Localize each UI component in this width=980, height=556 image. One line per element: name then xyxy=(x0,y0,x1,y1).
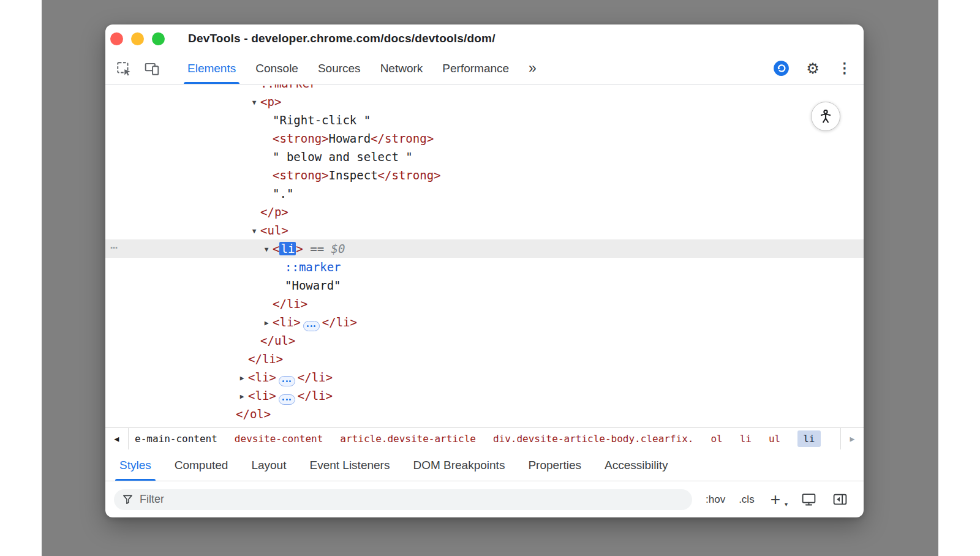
tab-properties[interactable]: Properties xyxy=(516,449,593,481)
expand-children-button[interactable] xyxy=(279,394,295,405)
tab-sources[interactable]: Sources xyxy=(308,53,371,84)
tag-token: </li> xyxy=(248,352,283,366)
styles-filter-bar: :hov .cls +▾ xyxy=(105,481,864,517)
breadcrumb-bar: ◀ e-main-contentdevsite-contentarticle.d… xyxy=(105,427,864,449)
tree-row[interactable]: " below and select " xyxy=(105,148,864,166)
breadcrumb-item[interactable]: ul xyxy=(769,433,780,445)
styles-filter-input[interactable] xyxy=(140,493,684,506)
chevron-down-icon[interactable]: ▼ xyxy=(248,94,260,112)
rendering-emulation-icon[interactable] xyxy=(801,492,816,507)
tab-console[interactable]: Console xyxy=(246,53,308,84)
accessibility-person-icon[interactable] xyxy=(811,102,840,131)
chevron-right-icon[interactable]: ▶ xyxy=(260,314,273,332)
tab-layout[interactable]: Layout xyxy=(239,449,298,481)
tree-row[interactable]: ▶<li></li> xyxy=(105,313,864,331)
tree-row[interactable]: ▶<li></li> xyxy=(105,368,864,386)
text-node: "." xyxy=(273,187,293,200)
tab-network[interactable]: Network xyxy=(371,53,433,84)
tree-row[interactable]: </ul> xyxy=(105,331,864,350)
tree-row[interactable]: "." xyxy=(105,184,864,203)
breadcrumb-item[interactable]: ol xyxy=(710,433,722,445)
tree-row[interactable]: </li> xyxy=(105,295,864,313)
element-classes-button[interactable]: .cls xyxy=(739,494,755,506)
tag-token: </p> xyxy=(260,205,288,219)
devtools-toolbar: ElementsConsoleSourcesNetworkPerformance… xyxy=(105,53,864,85)
new-rule-caret-icon: ▾ xyxy=(785,502,788,508)
breadcrumb-item[interactable]: div.devsite-article-body.clearfix. xyxy=(493,433,694,445)
tab-event-listeners[interactable]: Event Listeners xyxy=(298,449,401,481)
toggle-element-state-button[interactable]: :hov xyxy=(706,494,725,506)
chevron-down-icon[interactable]: ▼ xyxy=(260,241,273,259)
devtools-window: DevTools - developer.chrome.com/docs/dev… xyxy=(105,24,864,517)
breadcrumb-item[interactable]: devsite-content xyxy=(235,433,323,445)
tab-computed[interactable]: Computed xyxy=(163,449,240,481)
device-toolbar-icon[interactable] xyxy=(142,59,162,78)
tree-row[interactable]: ▼⋯<li> == $0 xyxy=(105,239,864,258)
tag-token: </li> xyxy=(298,389,333,402)
expand-children-button[interactable] xyxy=(303,321,320,331)
tree-row[interactable]: ::marker xyxy=(105,258,864,276)
console-ref: $0 xyxy=(331,242,345,255)
filter-funnel-icon xyxy=(122,494,134,505)
tree-row[interactable]: "Howard" xyxy=(105,276,864,295)
tag-token: </ol> xyxy=(236,407,271,421)
tab-accessibility[interactable]: Accessibility xyxy=(593,449,679,481)
tree-row[interactable]: ▶<li></li> xyxy=(105,386,864,405)
breadcrumb-item[interactable]: article.devsite-article xyxy=(340,433,476,445)
more-tabs-icon[interactable]: » xyxy=(525,60,540,77)
window-titlebar: DevTools - developer.chrome.com/docs/dev… xyxy=(105,24,864,53)
equals-token: == xyxy=(303,242,331,255)
chevron-right-icon[interactable]: ▶ xyxy=(236,369,248,388)
tag-token: <p> xyxy=(260,95,281,108)
tree-row[interactable]: ▼<ul> xyxy=(105,221,864,239)
tab-dom-breakpoints[interactable]: DOM Breakpoints xyxy=(401,449,516,481)
chevron-right-icon[interactable]: ▶ xyxy=(236,388,248,406)
tree-row[interactable]: </ol> xyxy=(105,405,864,423)
text-node: "Howard" xyxy=(285,279,341,292)
zoom-button[interactable] xyxy=(152,32,165,45)
toggle-sidebar-panel-icon[interactable] xyxy=(832,492,848,507)
sync-extension-icon[interactable] xyxy=(772,59,790,78)
chevron-down-icon[interactable]: ▼ xyxy=(248,222,260,241)
tree-row[interactable]: <strong>Inspect</strong> xyxy=(105,166,864,184)
tab-styles[interactable]: Styles xyxy=(108,449,163,481)
breadcrumb-item[interactable]: li xyxy=(797,430,820,447)
kebab-menu-icon[interactable]: ⋮ xyxy=(835,59,854,78)
breadcrumb-item[interactable]: li xyxy=(740,433,752,445)
tag-token: </strong> xyxy=(378,168,441,182)
tag-token: <li> xyxy=(273,315,301,329)
breadcrumb-scroll-right-icon[interactable]: ▶ xyxy=(840,428,864,449)
breadcrumb-scroll-left-icon[interactable]: ◀ xyxy=(105,428,129,449)
settings-gear-icon[interactable]: ⚙ xyxy=(804,59,822,78)
tag-token: > xyxy=(296,242,303,255)
expand-children-button[interactable] xyxy=(279,376,295,386)
tab-performance[interactable]: Performance xyxy=(432,53,519,84)
styles-filter-field[interactable] xyxy=(114,489,692,510)
text-node: " below and select " xyxy=(273,150,413,163)
tag-token: </li> xyxy=(273,297,307,310)
minimize-button[interactable] xyxy=(131,32,144,45)
tab-elements[interactable]: Elements xyxy=(178,53,246,84)
sidebar-pane-tabs: StylesComputedLayoutEvent ListenersDOM B… xyxy=(105,449,864,481)
text-node: Inspect xyxy=(329,168,378,182)
tag-token: ::marker xyxy=(260,85,317,92)
row-options-dots-icon[interactable]: ⋯ xyxy=(110,238,118,257)
tree-row[interactable]: "Right-click " xyxy=(105,111,864,129)
new-style-rule-button[interactable]: +▾ xyxy=(771,491,785,508)
tag-token: </ul> xyxy=(260,334,295,347)
breadcrumb: e-main-contentdevsite-contentarticle.dev… xyxy=(129,428,840,449)
tree-row[interactable]: ::marker xyxy=(105,85,864,92)
tag-token: </li> xyxy=(322,315,357,329)
inspect-element-icon[interactable] xyxy=(114,59,134,78)
tag-token: <li> xyxy=(248,389,276,402)
tag-token: </li> xyxy=(298,370,333,384)
tree-row[interactable]: </li> xyxy=(105,350,864,368)
text-node: Howard xyxy=(329,132,371,145)
breadcrumb-item[interactable]: e-main-content xyxy=(135,433,217,445)
text-node: "Right-click " xyxy=(273,113,371,127)
tree-row[interactable]: <strong>Howard</strong> xyxy=(105,129,864,148)
dom-tree: ::marker▼<p>"Right-click "<strong>Howard… xyxy=(105,85,864,427)
tree-row[interactable]: </p> xyxy=(105,203,864,221)
close-button[interactable] xyxy=(110,32,123,45)
tree-row[interactable]: ▼<p> xyxy=(105,92,864,111)
